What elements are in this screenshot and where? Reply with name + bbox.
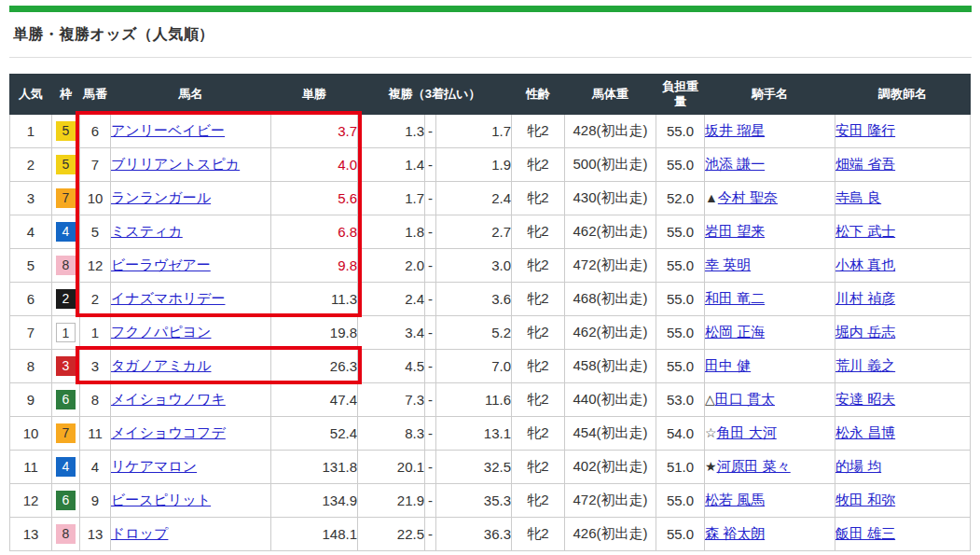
- header-horse-weight: 馬体重: [565, 75, 656, 115]
- place-odds-low-cell: 7.3: [358, 383, 425, 417]
- table-row: 10 7 11 メイショウコフデ 52.4 8.3 - 13.1 牝2 454(…: [10, 417, 971, 451]
- jockey-cell: 和田 竜二: [705, 283, 835, 316]
- horse-name-link[interactable]: イナズマホリデー: [111, 290, 225, 306]
- jockey-cell: △田口 貫太: [705, 383, 835, 417]
- win-odds-cell: 11.3: [271, 283, 358, 316]
- trainer-link[interactable]: 荒川 義之: [835, 357, 895, 373]
- jockey-link[interactable]: 幸 英明: [705, 257, 751, 272]
- accent-bar: [9, 6, 972, 12]
- waku-badge: 4: [56, 222, 76, 242]
- trainer-link[interactable]: 的場 均: [835, 458, 881, 474]
- place-odds-low-cell: 1.3: [358, 115, 425, 148]
- header-rank: 人気: [10, 75, 52, 115]
- trainer-link[interactable]: 松永 昌博: [835, 424, 895, 440]
- place-odds-separator: -: [425, 249, 436, 283]
- sex-age-cell: 牝2: [512, 484, 565, 518]
- place-odds-low-cell: 1.8: [358, 215, 425, 249]
- place-odds-low-cell: 1.4: [358, 148, 425, 182]
- place-odds-separator: -: [425, 283, 436, 316]
- page: 単勝・複勝オッズ（人気順） 人気 枠 馬番 馬名 単勝 複勝（3着払い） 性齢: [0, 6, 980, 551]
- horse-name-link[interactable]: フクノパピヨン: [111, 324, 211, 340]
- horse-name-link[interactable]: アンリーベイビー: [111, 122, 225, 138]
- horse-name-link[interactable]: ビーラヴゼアー: [111, 257, 211, 272]
- jockey-link[interactable]: 河原田 菜々: [717, 458, 791, 474]
- trainer-link[interactable]: 寺島 良: [835, 189, 881, 205]
- place-odds-high-cell: 32.5: [436, 451, 512, 484]
- load-weight-cell: 53.0: [656, 383, 705, 417]
- jockey-link[interactable]: 松若 風馬: [705, 492, 765, 507]
- waku-cell: 8: [52, 518, 80, 551]
- win-odds-cell: 3.7: [271, 115, 358, 148]
- place-odds-separator: -: [425, 148, 436, 182]
- horse-number-cell: 3: [80, 350, 111, 383]
- win-odds-cell: 9.8: [271, 249, 358, 283]
- horse-name-link[interactable]: ランランガール: [111, 189, 211, 205]
- trainer-link[interactable]: 安達 昭夫: [835, 391, 895, 407]
- jockey-link[interactable]: 和田 竜二: [705, 290, 765, 306]
- trainer-cell: 畑端 省吾: [835, 148, 971, 182]
- horse-name-link[interactable]: ブリリアントスピカ: [111, 156, 240, 172]
- win-odds-cell: 5.6: [271, 182, 358, 215]
- trainer-cell: 川村 禎彦: [835, 283, 971, 316]
- trainer-cell: 小林 真也: [835, 249, 971, 283]
- horse-number-cell: 10: [80, 182, 111, 215]
- table-row: 5 8 12 ビーラヴゼアー 9.8 2.0 - 3.0 牝2 472(初出走)…: [10, 249, 971, 283]
- horse-name-link[interactable]: ビースピリット: [111, 492, 211, 507]
- horse-weight-cell: 426(初出走): [565, 518, 656, 551]
- trainer-link[interactable]: 飯田 雄三: [835, 525, 895, 541]
- table-row: 12 6 9 ビースピリット 134.9 21.9 - 35.3 牝2 472(…: [10, 484, 971, 518]
- trainer-link[interactable]: 堀内 岳志: [835, 324, 895, 340]
- place-odds-low-cell: 2.4: [358, 283, 425, 316]
- horse-number-cell: 9: [80, 484, 111, 518]
- trainer-link[interactable]: 川村 禎彦: [835, 290, 895, 306]
- horse-name-link[interactable]: ミスティカ: [111, 223, 183, 239]
- win-odds-cell: 4.0: [271, 148, 358, 182]
- waku-cell: 4: [52, 215, 80, 249]
- place-odds-separator: -: [425, 451, 436, 484]
- load-weight-cell: 55.0: [656, 215, 705, 249]
- jockey-link[interactable]: 今村 聖奈: [718, 189, 778, 205]
- jockey-cell: 幸 英明: [705, 249, 835, 283]
- jockey-link[interactable]: 坂井 瑠星: [705, 122, 765, 138]
- horse-name-link[interactable]: メイショウノワキ: [111, 391, 226, 407]
- table-row: 2 5 7 ブリリアントスピカ 4.0 1.4 - 1.9 牝2 500(初出走…: [10, 148, 971, 182]
- waku-cell: 7: [52, 417, 80, 451]
- horse-name-cell: ミスティカ: [111, 215, 271, 249]
- horse-number-cell: 6: [80, 115, 111, 148]
- waku-badge: 4: [56, 457, 76, 477]
- jockey-link[interactable]: 森 裕太朗: [705, 525, 765, 541]
- jockey-link[interactable]: 田口 貫太: [715, 391, 775, 407]
- win-odds-cell: 19.8: [271, 316, 358, 350]
- trainer-link[interactable]: 小林 真也: [835, 257, 895, 272]
- load-weight-cell: 55.0: [656, 316, 705, 350]
- win-odds-cell: 148.1: [271, 518, 358, 551]
- jockey-apprentice-mark: ★: [705, 459, 717, 474]
- horse-name-link[interactable]: リケアマロン: [111, 458, 197, 474]
- trainer-link[interactable]: 畑端 省吾: [835, 156, 895, 172]
- place-odds-high-cell: 3.0: [436, 249, 512, 283]
- jockey-link[interactable]: 田中 健: [705, 357, 751, 373]
- horse-weight-cell: 458(初出走): [565, 350, 656, 383]
- jockey-link[interactable]: 角田 大河: [717, 424, 777, 440]
- trainer-link[interactable]: 松下 武士: [835, 223, 895, 239]
- horse-weight-cell: 462(初出走): [565, 316, 656, 350]
- jockey-cell: 池添 謙一: [705, 148, 835, 182]
- horse-name-link[interactable]: メイショウコフデ: [111, 424, 226, 440]
- jockey-link[interactable]: 岩田 望来: [705, 223, 765, 239]
- sex-age-cell: 牝2: [512, 182, 565, 215]
- horse-number-cell: 13: [80, 518, 111, 551]
- trainer-link[interactable]: 安田 隆行: [835, 122, 895, 138]
- trainer-cell: 堀内 岳志: [835, 316, 971, 350]
- waku-badge: 1: [56, 323, 76, 342]
- jockey-cell: ★河原田 菜々: [705, 451, 835, 484]
- horse-name-link[interactable]: ドロップ: [111, 525, 168, 541]
- jockey-link[interactable]: 池添 謙一: [705, 156, 765, 172]
- place-odds-high-cell: 35.3: [436, 484, 512, 518]
- jockey-link[interactable]: 松岡 正海: [705, 324, 765, 340]
- trainer-link[interactable]: 牧田 和弥: [835, 492, 895, 507]
- load-weight-cell: 55.0: [656, 148, 705, 182]
- horse-name-link[interactable]: タガノアミカル: [111, 357, 211, 373]
- waku-badge: 8: [56, 256, 76, 275]
- horse-name-cell: ドロップ: [111, 518, 271, 551]
- win-odds-cell: 6.8: [271, 215, 358, 249]
